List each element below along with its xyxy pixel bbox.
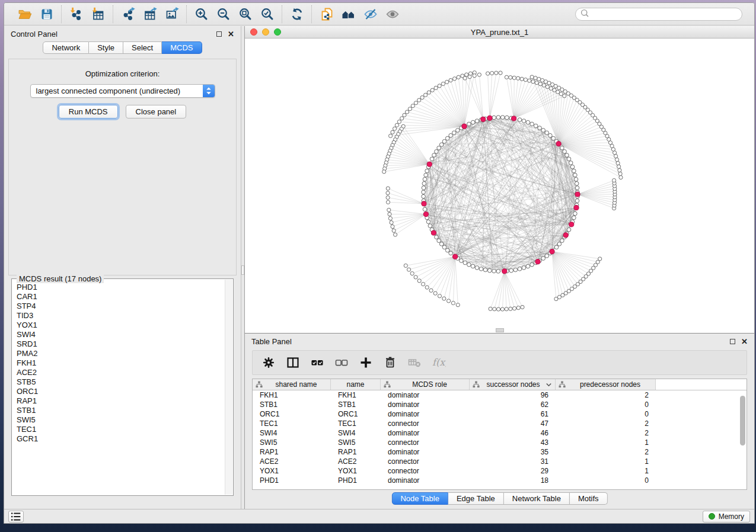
tab-style[interactable]: Style	[89, 41, 123, 54]
export-network-icon[interactable]	[120, 6, 136, 22]
memory-status-icon	[709, 513, 715, 520]
mcds-result-item[interactable]: STB5	[17, 377, 233, 387]
add-column-icon[interactable]	[356, 354, 376, 371]
tab-network[interactable]: Network	[43, 41, 89, 54]
table-row[interactable]: RAP1RAP1dominator352	[253, 447, 747, 457]
task-history-button[interactable]	[8, 511, 24, 523]
horizontal-splitter-handle[interactable]	[496, 328, 504, 332]
deselect-all-icon[interactable]	[331, 354, 352, 371]
import-table-icon[interactable]	[90, 6, 106, 22]
mcds-result-item[interactable]: SWI4	[17, 330, 233, 339]
vertical-splitter-handle[interactable]	[241, 265, 244, 275]
mcds-result-item[interactable]: FKH1	[17, 358, 233, 368]
close-panel-icon[interactable]: ✕	[228, 30, 234, 38]
split-panel-icon[interactable]	[283, 354, 303, 371]
mcds-result-item[interactable]: YOX1	[17, 321, 233, 330]
table-scrollbar[interactable]	[740, 396, 745, 446]
window-minimize-icon[interactable]	[262, 28, 269, 36]
cell-MCDS-role: dominator	[381, 400, 470, 409]
table-row[interactable]: STB1STB1dominator620	[253, 400, 747, 409]
column-header-successor-nodes[interactable]: successor nodes	[470, 379, 556, 390]
column-header-name[interactable]: name	[331, 379, 381, 390]
mcds-result-item[interactable]: SWI5	[17, 415, 233, 425]
select-all-icon[interactable]	[307, 354, 327, 371]
cell-shared-name: RAP1	[253, 447, 331, 457]
zoom-in-icon[interactable]	[193, 6, 209, 22]
mcds-result-scrollbar[interactable]	[225, 280, 232, 495]
run-mcds-button[interactable]: Run MCDS	[59, 105, 118, 118]
zoom-selected-icon[interactable]	[259, 6, 275, 22]
column-type-icon	[559, 381, 566, 388]
mcds-result-item[interactable]: TEC1	[17, 425, 233, 434]
vertical-splitter[interactable]	[241, 26, 245, 509]
tab-node-table[interactable]: Node Table	[391, 492, 448, 505]
mcds-result-item[interactable]: STP4	[17, 302, 233, 311]
table-toolbar: f(x)	[252, 350, 747, 375]
table-row[interactable]: ACE2ACE2connector311	[253, 457, 747, 466]
close-table-panel-icon[interactable]: ✕	[741, 338, 748, 345]
mcds-result-item[interactable]: PHD1	[17, 283, 233, 292]
cell-successor-nodes: 61	[470, 409, 556, 419]
export-table-icon[interactable]	[142, 6, 158, 22]
hide-selected-icon[interactable]	[362, 6, 378, 22]
table-row[interactable]: TEC1TEC1connector472	[253, 419, 747, 428]
window-close-icon[interactable]	[250, 28, 257, 36]
table-row[interactable]: FKH1FKH1dominator962	[253, 390, 747, 400]
open-file-icon[interactable]	[17, 6, 33, 22]
close-panel-button[interactable]: Close panel	[126, 105, 187, 118]
tab-edge-table[interactable]: Edge Table	[448, 492, 504, 505]
show-all-icon[interactable]	[384, 6, 400, 22]
first-neighbors-icon[interactable]	[340, 6, 356, 22]
cell-MCDS-role: connector	[381, 419, 470, 428]
tab-motifs[interactable]: Motifs	[570, 492, 608, 505]
mcds-result-item[interactable]: GCR1	[17, 434, 233, 444]
tab-select[interactable]: Select	[123, 41, 162, 54]
mcds-result-item[interactable]: TID3	[17, 311, 233, 321]
save-icon[interactable]	[39, 6, 55, 22]
tab-mcds[interactable]: MCDS	[162, 41, 202, 54]
column-header-MCDS-role[interactable]: MCDS role	[381, 379, 470, 390]
optimization-criterion-select[interactable]: largest connected component (undirected)	[30, 84, 215, 98]
mcds-result-item[interactable]: CAR1	[17, 292, 233, 302]
float-table-panel-icon[interactable]	[730, 339, 735, 344]
clone-network-icon[interactable]	[318, 6, 334, 22]
delete-table-icon	[404, 354, 425, 371]
column-header-shared-name[interactable]: shared name	[253, 379, 331, 390]
column-header-predecessor-nodes[interactable]: predecessor nodes	[556, 379, 656, 390]
search-input[interactable]	[592, 10, 737, 18]
settings-gear-icon[interactable]	[259, 354, 279, 371]
memory-button[interactable]: Memory	[703, 511, 750, 523]
search-box[interactable]	[575, 8, 742, 21]
network-window-titlebar: YPA_prune.txt_1	[245, 26, 754, 39]
window-zoom-icon[interactable]	[274, 28, 281, 36]
float-panel-icon[interactable]	[216, 31, 222, 37]
table-row[interactable]: SWI4SWI4dominator462	[253, 428, 747, 438]
sort-desc-icon	[546, 382, 552, 387]
table-row[interactable]: YOX1YOX1connector291	[253, 466, 747, 476]
network-canvas[interactable]	[245, 39, 755, 333]
table-row[interactable]: SWI5SWI5connector431	[253, 438, 747, 447]
control-panel-titlebar: Control Panel ✕	[4, 26, 241, 41]
zoom-fit-icon[interactable]	[237, 6, 253, 22]
mcds-result-item[interactable]: ORC1	[17, 387, 233, 396]
import-network-icon[interactable]	[68, 6, 84, 22]
network-window-title: YPA_prune.txt_1	[245, 28, 754, 37]
cell-name: PHD1	[331, 476, 381, 485]
tab-network-table[interactable]: Network Table	[504, 492, 570, 505]
export-image-icon[interactable]	[164, 6, 180, 22]
mcds-result-item[interactable]: ACE2	[17, 368, 233, 377]
mcds-result-item[interactable]: SRD1	[17, 339, 233, 349]
refresh-icon[interactable]	[289, 6, 305, 22]
cell-name: ORC1	[331, 409, 381, 419]
cell-MCDS-role: connector	[381, 466, 470, 476]
zoom-out-icon[interactable]	[215, 6, 231, 22]
mcds-result-item[interactable]: RAP1	[17, 396, 233, 406]
mcds-result-item[interactable]: STB1	[17, 406, 233, 415]
delete-column-icon[interactable]	[380, 354, 400, 371]
cell-MCDS-role: dominator	[381, 428, 470, 438]
table-row[interactable]: PHD1PHD1dominator180	[253, 476, 747, 485]
table-row[interactable]: ORC1ORC1dominator610	[253, 409, 747, 419]
mcds-result-item[interactable]: PMA2	[17, 349, 233, 358]
cell-shared-name: FKH1	[253, 390, 331, 400]
cell-name: TEC1	[331, 419, 381, 428]
